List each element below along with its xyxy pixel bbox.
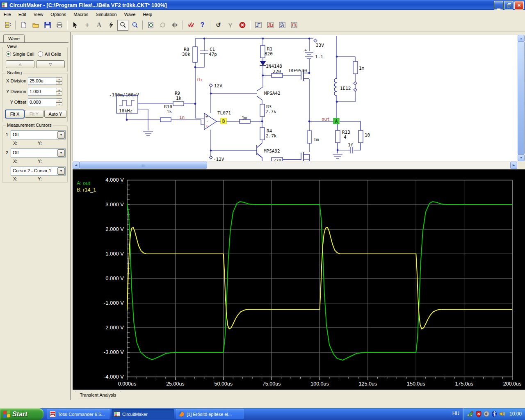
menu-macros[interactable]: Macros <box>70 11 92 18</box>
schematic-labels: R830kC147pfb12V-100m/100mV10kHzR91kR101k… <box>109 43 370 161</box>
select-arrow-button[interactable] <box>70 20 81 31</box>
zoom-window-button[interactable] <box>129 20 140 31</box>
split-view-button[interactable] <box>169 20 180 31</box>
wire-tool-button[interactable] <box>105 20 116 31</box>
cursor1-select[interactable]: Off ▼ <box>11 130 66 139</box>
preview-button[interactable] <box>145 20 156 31</box>
scroll-left-button[interactable]: ◀ <box>73 162 80 169</box>
help-button[interactable]: ? <box>197 20 208 31</box>
parts-browser-button[interactable] <box>2 20 13 31</box>
restore-button[interactable] <box>504 1 514 10</box>
fit-y-button[interactable]: Fit Y <box>25 110 43 118</box>
y-offset-input[interactable]: 0.000 <box>28 98 56 106</box>
cursor2-x-label: X: <box>13 159 17 164</box>
graphics-tablet-icon[interactable] <box>468 411 474 417</box>
minimize-button[interactable]: ▁ <box>494 1 503 10</box>
y-division-spinner[interactable]: ▲▼ <box>56 88 62 96</box>
add-part-button[interactable]: + <box>82 20 93 31</box>
zoom-tool-button[interactable] <box>117 20 128 31</box>
schematic-horizontal-scrollbar[interactable]: ◀ |||| ▶ <box>73 162 518 169</box>
scope-pulse-button[interactable] <box>265 20 276 31</box>
x-tick-label: 150.0us <box>407 381 425 387</box>
y-tick-label: 0.000 V <box>105 275 124 281</box>
spin-up-icon[interactable]: ▲ <box>56 77 62 81</box>
close-button[interactable]: ✕ <box>514 1 524 10</box>
cursor2-select[interactable]: Off ▼ <box>11 148 66 158</box>
scope-step-button[interactable] <box>253 20 264 31</box>
bluetooth-icon[interactable] <box>491 411 498 417</box>
svg-text:+: + <box>304 48 307 53</box>
rotate-button[interactable] <box>157 20 168 31</box>
stop-button[interactable] <box>237 20 248 31</box>
spin-up-icon[interactable]: ▲ <box>56 88 62 92</box>
chevron-down-icon[interactable]: ▼ <box>57 167 65 175</box>
cell-up-button[interactable]: △ <box>6 60 34 68</box>
volume-icon[interactable] <box>499 411 505 417</box>
vertical-scroll-thumb[interactable] <box>518 41 525 155</box>
task-total-commander[interactable]: Total Commander 6.5... <box>47 409 110 419</box>
schematic-canvas[interactable]: R830kC147pfb12V-100m/100mV10kHzR91kR101k… <box>73 35 518 161</box>
cursor1-x-label: X: <box>13 141 17 146</box>
radio-all-cells[interactable]: All Cells <box>38 51 61 57</box>
reset-icon: ↺ <box>216 21 221 29</box>
scope-multitrace-button[interactable] <box>276 20 288 31</box>
radio-single-cell[interactable]: Single Cell <box>6 51 34 57</box>
menu-help[interactable]: Help <box>139 11 156 18</box>
chevron-down-icon[interactable]: ▼ <box>57 149 65 157</box>
radio-single-cell-icon <box>6 51 11 57</box>
x-division-spinner[interactable]: ▲▼ <box>56 77 62 85</box>
security-alert-shield-icon[interactable] <box>475 411 482 417</box>
menu-view[interactable]: View <box>30 11 47 18</box>
spin-up-icon[interactable]: ▲ <box>56 98 62 103</box>
waveform-panel[interactable]: 4.000 V3.000 V2.000 V1.000 V0.000 V-1.00… <box>73 169 525 390</box>
spin-down-icon[interactable]: ▼ <box>56 81 62 85</box>
save-file-button[interactable] <box>42 20 53 31</box>
print-button[interactable] <box>54 20 65 31</box>
volume-gray-icon[interactable] <box>483 411 490 417</box>
menu-simulation[interactable]: Simulation <box>92 11 120 18</box>
y-offset-spinner[interactable]: ▲▼ <box>56 98 62 106</box>
scroll-grip: |||| <box>141 164 146 167</box>
schematic-svg[interactable]: R830kC147pfb12V-100m/100mV10kHzR91kR101k… <box>73 35 518 161</box>
title-bar[interactable]: CircuitMaker - [C:\Program Files\...\Bél… <box>0 0 525 10</box>
x-division-input[interactable]: 25.00u <box>28 77 56 85</box>
tab-transient-analysis[interactable]: Transient Analysis <box>75 391 121 399</box>
scroll-down-button[interactable]: ▼ <box>518 154 525 161</box>
y-division-label: Y Division <box>2 89 26 94</box>
task-firefox-erosito[interactable]: [1] Erősítő építése el... <box>176 409 244 419</box>
y-division-input[interactable]: 1.000 <box>28 88 56 96</box>
cursor-diff-select[interactable]: Cursor 2 - Cursor 1 ▼ <box>11 167 66 176</box>
svg-text:820: 820 <box>265 51 273 57</box>
probe-tool-button[interactable]: Y <box>225 20 236 31</box>
chevron-down-icon[interactable]: ▼ <box>57 131 65 139</box>
waveform-svg[interactable]: 4.000 V3.000 V2.000 V1.000 V0.000 V-1.00… <box>73 169 525 390</box>
menu-options[interactable]: Options <box>47 11 70 18</box>
tab-wave[interactable]: Wave <box>3 34 25 43</box>
schematic-vertical-scrollbar[interactable]: ▲ ▼ <box>518 35 524 161</box>
firefox-icon <box>178 411 185 417</box>
spin-down-icon[interactable]: ▼ <box>56 92 62 96</box>
wave-sidebar: Wave View Single Cell All Cells △ ▽ Scal… <box>0 32 71 400</box>
task-circuitmaker[interactable]: CircuitMaker <box>112 409 174 419</box>
open-file-button[interactable] <box>30 20 41 31</box>
menu-wave[interactable]: Wave <box>121 11 139 18</box>
cell-down-button[interactable]: ▽ <box>36 60 65 68</box>
fit-x-button[interactable]: Fit X <box>5 110 25 119</box>
reset-button[interactable]: ↺ <box>213 20 224 31</box>
horizontal-scroll-thumb[interactable]: |||| <box>79 162 207 169</box>
menu-edit[interactable]: Edit <box>15 11 30 18</box>
language-indicator[interactable]: HU <box>452 411 459 416</box>
menu-bar: FileEditViewOptionsMacrosSimulationWaveH… <box>0 10 525 19</box>
scroll-right-button[interactable]: ▶ <box>510 162 517 169</box>
text-tool-button[interactable]: A <box>94 20 105 31</box>
scope-split-button[interactable] <box>288 20 299 31</box>
spin-down-icon[interactable]: ▼ <box>56 103 62 107</box>
svg-text:+: + <box>205 123 208 129</box>
clock[interactable]: 10:00 <box>509 411 522 417</box>
new-file-button[interactable] <box>18 20 29 31</box>
scroll-up-button[interactable]: ▲ <box>518 35 525 42</box>
auto-y-button[interactable]: Auto Y <box>44 110 66 118</box>
menu-file[interactable]: File <box>0 11 15 18</box>
start-button[interactable]: Start <box>0 408 43 420</box>
run-simulation-button[interactable] <box>185 20 196 31</box>
